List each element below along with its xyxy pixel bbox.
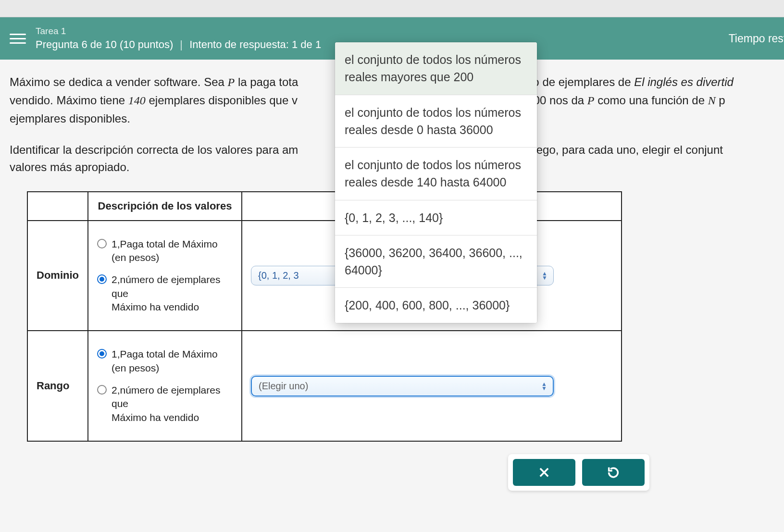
dropdown-option[interactable]: {200, 400, 600, 800, ..., 36000} (335, 288, 537, 322)
domain-option-1[interactable]: 1,Paga total de Máximo (en pesos) (97, 237, 233, 265)
dropdown-option[interactable]: {36000, 36200, 36400, 36600, ..., 64000} (335, 235, 537, 288)
prompt-1a: Máximo se dedica a vender software. Sea (10, 75, 228, 88)
domain-option-1-label: 1,Paga total de Máximo (en pesos) (112, 237, 233, 265)
undo-icon (607, 466, 620, 479)
range-option-1-label: 1,Paga total de Máximo (en pesos) (112, 347, 233, 375)
set-dropdown-menu[interactable]: el conjunto de todos los números reales … (335, 42, 537, 323)
instruction-2: valores más apropiado. (10, 161, 129, 173)
desc-cell-range: 1,Paga total de Máximo (en pesos) 2,núme… (88, 331, 242, 441)
table-row: Rango 1,Paga total de Máximo (en pesos) … (27, 331, 622, 441)
browser-tab-area (0, 0, 784, 17)
menu-icon[interactable] (10, 30, 26, 47)
radio-icon[interactable] (97, 274, 107, 284)
prompt-1b: la paga tota (235, 75, 298, 88)
dropdown-option[interactable]: {0, 1, 2, 3, ..., 140} (335, 200, 537, 235)
dropdown-option[interactable]: el conjunto de todos los números reales … (335, 148, 537, 200)
math-140: 140 (128, 94, 146, 107)
math-P: P (228, 76, 235, 88)
range-option-1[interactable]: 1,Paga total de Máximo (en pesos) (97, 347, 233, 375)
range-option-2[interactable]: 2,número de ejemplares que Máximo ha ven… (97, 384, 233, 424)
prompt-2e: p (716, 94, 725, 107)
question-line: Pregunta 6 de 10 (10 puntos) | Intento d… (36, 38, 321, 51)
range-option-2-label: 2,número de ejemplares que Máximo ha ven… (112, 384, 233, 424)
prompt-2d: como una función de (594, 94, 708, 107)
action-button-bar (508, 454, 649, 491)
range-set-select-value: (Elegir uno) (259, 381, 308, 391)
header-separator: | (180, 38, 183, 50)
radio-icon[interactable] (97, 385, 107, 395)
book-title: El inglés es divertid (634, 75, 734, 88)
prompt-2a: vendido. Máximo tiene (10, 94, 128, 107)
radio-icon[interactable] (97, 239, 107, 248)
task-label: Tarea 1 (36, 26, 321, 37)
desc-cell-domain: 1,Paga total de Máximo (en pesos) 2,núme… (88, 221, 242, 331)
row-label-range: Rango (27, 331, 88, 441)
prompt-3: ejemplares disponibles. (10, 112, 130, 125)
reset-button[interactable] (582, 459, 645, 486)
instruction-1: Identificar la descripción correcta de l… (10, 143, 298, 156)
row-label-domain: Dominio (27, 221, 88, 331)
math-N: N (708, 94, 716, 107)
prompt-2b: ejemplares disponibles que v (146, 94, 298, 107)
clear-button[interactable] (513, 459, 575, 486)
chevron-updown-icon: ▲▼ (541, 382, 547, 390)
domain-option-2-label: 2,número de ejemplares que Máximo ha ven… (112, 273, 233, 314)
corner-cell (27, 192, 88, 221)
dropdown-option[interactable]: el conjunto de todos los números reales … (335, 95, 537, 148)
math-P2: P (587, 94, 595, 107)
range-set-select[interactable]: (Elegir uno) ▲▼ (251, 376, 554, 396)
chevron-updown-icon: ▲▼ (542, 272, 548, 280)
radio-icon[interactable] (97, 349, 107, 359)
question-label: Pregunta 6 de 10 (10 puntos) (36, 38, 173, 50)
attempt-label: Intento de respuesta: 1 de 1 (189, 38, 321, 50)
time-remaining-label: Tiempo restante (729, 32, 784, 45)
header-texts: Tarea 1 Pregunta 6 de 10 (10 puntos) | I… (36, 26, 321, 51)
set-cell-range: (Elegir uno) ▲▼ (242, 331, 622, 441)
close-icon (537, 466, 551, 479)
domain-option-2[interactable]: 2,número de ejemplares que Máximo ha ven… (97, 273, 233, 314)
domain-set-select-value: {0, 1, 2, 3 (258, 270, 299, 281)
dropdown-option[interactable]: el conjunto de todos los números reales … (335, 42, 537, 95)
col-header-desc: Descripción de los valores (88, 192, 242, 221)
